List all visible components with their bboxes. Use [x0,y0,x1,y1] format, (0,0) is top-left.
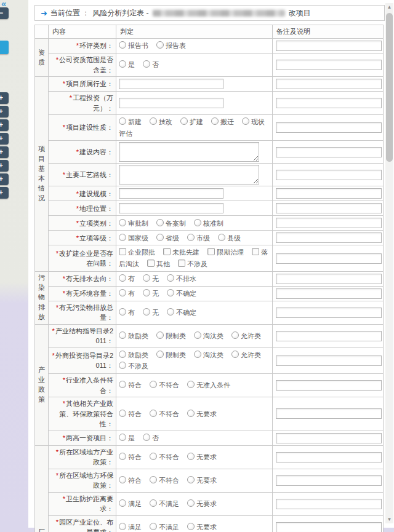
radio-icon[interactable] [119,410,126,417]
radio-icon[interactable] [187,234,195,241]
radio-option[interactable]: 不符合 [150,410,179,418]
radio-icon[interactable] [119,308,126,316]
radio-icon[interactable] [187,476,195,483]
scrollbar-thumb[interactable] [386,13,393,162]
radio-option[interactable]: 无要求 [187,500,217,507]
radio-option[interactable]: 国家级 [119,234,148,242]
radio-icon[interactable] [180,117,188,125]
checkbox-option[interactable]: 企业限批 [119,248,155,256]
checkbox-option[interactable]: 限期治理 [207,248,244,256]
checkbox-icon[interactable] [252,248,259,255]
radio-option[interactable]: 限制类 [156,332,186,339]
remark-input[interactable] [276,170,382,180]
radio-icon[interactable] [150,523,157,530]
radio-option[interactable]: 不排水 [167,275,196,282]
tree-expand-button[interactable]: + [0,106,9,117]
remark-input[interactable] [276,433,382,443]
radio-icon[interactable] [231,332,239,339]
vertical-scrollbar[interactable]: ▲ ▼ [385,3,393,523]
radio-option[interactable]: 不符合 [150,381,179,389]
radio-icon[interactable] [143,434,150,441]
radio-option[interactable]: 允许类 [231,351,261,359]
radio-option[interactable]: 报告书 [119,42,148,49]
checkbox-icon[interactable] [207,248,215,255]
radio-option[interactable]: 无要求 [187,523,217,531]
radio-option[interactable]: 是 [119,61,135,68]
radio-icon[interactable] [167,308,174,316]
judge-textarea[interactable] [119,165,259,185]
radio-option[interactable]: 不满足 [150,523,179,531]
radio-option[interactable]: 核准制 [194,220,223,227]
radio-option[interactable]: 淘汰类 [194,332,223,339]
radio-option[interactable]: 无要求 [187,453,217,461]
radio-icon[interactable] [119,351,126,358]
radio-option[interactable]: 无要求 [187,410,217,418]
radio-option[interactable]: 无要求 [187,477,217,484]
checkbox-option[interactable]: 不涉及 [178,260,207,268]
radio-icon[interactable] [194,332,201,339]
radio-icon[interactable] [119,499,126,507]
radio-icon[interactable] [143,308,150,316]
radio-icon[interactable] [119,362,126,369]
radio-option[interactable]: 符合 [119,477,142,484]
remark-input[interactable] [276,203,382,213]
checkbox-icon[interactable] [147,260,155,267]
radio-option[interactable]: 符合 [119,381,142,389]
radio-icon[interactable] [150,117,157,125]
remark-input[interactable] [276,452,382,463]
remark-input[interactable] [276,475,382,486]
checkbox-option[interactable]: 其他 [147,260,170,268]
radio-icon[interactable] [119,41,126,49]
remark-input[interactable] [276,499,382,509]
remark-input[interactable] [276,41,382,51]
radio-option[interactable]: 允许类 [231,332,261,339]
radio-icon[interactable] [119,274,126,282]
radio-icon[interactable] [119,332,126,339]
radio-icon[interactable] [187,381,195,388]
tree-expand-button[interactable]: + [0,173,9,185]
radio-icon[interactable] [119,523,126,530]
radio-option[interactable]: 否 [143,61,159,68]
radio-icon[interactable] [187,410,195,417]
tree-expand-button[interactable]: + [0,92,9,104]
radio-option[interactable]: 有 [119,275,135,282]
scroll-up-icon[interactable]: ▲ [385,3,393,11]
judge-text-input[interactable] [119,203,223,213]
remark-input[interactable] [276,355,382,366]
radio-option[interactable]: 无 [143,290,159,297]
radio-icon[interactable] [119,234,126,241]
remark-input[interactable] [276,331,382,341]
checkbox-icon[interactable] [178,260,185,267]
checkbox-icon[interactable] [119,248,126,255]
radio-option[interactable]: 符合 [119,410,142,418]
radio-icon[interactable] [143,60,150,68]
radio-icon[interactable] [167,274,174,282]
remark-input[interactable] [276,98,382,108]
judge-text-input[interactable] [119,98,223,108]
tree-expand-button[interactable]: + [0,146,9,158]
radio-option[interactable]: 不确定 [167,290,196,297]
radio-icon[interactable] [211,117,219,125]
radio-icon[interactable] [119,381,126,388]
radio-icon[interactable] [143,289,150,296]
remark-input[interactable] [276,188,382,199]
radio-icon[interactable] [194,351,201,358]
judge-textarea[interactable] [119,142,259,162]
remark-input[interactable] [276,60,382,70]
tree-collapse-button[interactable]: − [0,7,9,19]
checkbox-icon[interactable] [163,248,171,255]
radio-option[interactable]: 县级 [218,234,241,242]
tree-expand-button[interactable]: + [0,133,9,145]
scroll-down-icon[interactable]: ▼ [385,515,393,523]
remark-input[interactable] [276,522,382,532]
radio-option[interactable]: 不满足 [150,500,179,507]
radio-icon[interactable] [187,499,195,507]
radio-option[interactable]: 限制类 [156,351,186,359]
radio-option[interactable]: 有 [119,309,135,316]
remark-input[interactable] [276,218,382,228]
radio-icon[interactable] [242,117,249,125]
radio-icon[interactable] [156,351,164,358]
radio-icon[interactable] [119,117,126,125]
remark-input[interactable] [276,122,382,133]
radio-option[interactable]: 扩建 [180,118,203,125]
